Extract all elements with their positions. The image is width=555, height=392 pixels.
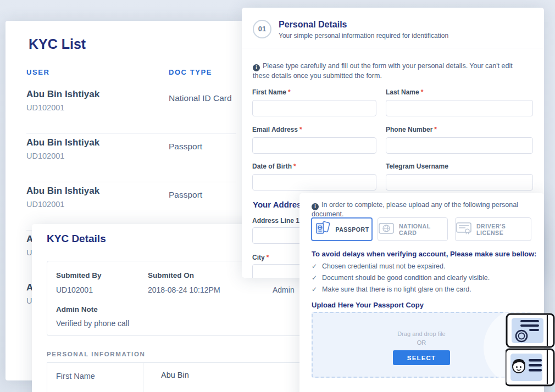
checked-by-value: Admin <box>273 285 295 294</box>
personal-details-subtitle: Your simple personal information require… <box>279 32 448 40</box>
check-icon: ✓ <box>312 274 317 282</box>
admin-note-label: Admin Note <box>56 305 98 313</box>
last-name-label: Last Name* <box>386 88 533 96</box>
required-mark: * <box>421 88 424 96</box>
tip-item: ✓Chosen credential must not be expaired. <box>312 262 446 270</box>
first-name-input[interactable] <box>252 100 376 116</box>
kyc-details-title: KYC Details <box>47 233 106 245</box>
drivers-license-icon <box>456 222 472 237</box>
column-header-doc-type: DOC TYPE <box>169 68 212 76</box>
email-address-input[interactable] <box>252 137 376 154</box>
personal-details-title: Personal Details <box>279 20 347 30</box>
telegram-username-input[interactable] <box>386 174 533 191</box>
info-row-label: First Name <box>47 363 143 392</box>
doc-option-label: PASSPORT <box>335 226 369 233</box>
divider <box>242 48 544 48</box>
user-name: Abu Bin Ishtiyak <box>26 137 236 148</box>
user-id: UD102001 <box>26 103 236 112</box>
kyc-list-title: KYC List <box>29 36 86 52</box>
id-cards-illustration <box>482 302 555 392</box>
step-number-badge: 01 <box>253 20 271 38</box>
doc-type-value: Passport <box>169 142 202 152</box>
address-section-title: Your Address <box>253 200 306 209</box>
required-mark: * <box>299 126 302 133</box>
tip-item: ✓Document should be good condition and c… <box>312 274 490 282</box>
tips-title: To avoid delays when verifying account, … <box>312 250 536 258</box>
date-of-birth-label: Date of Birth* <box>252 163 376 170</box>
user-id: UD102001 <box>26 200 236 209</box>
tip-item: ✓Make sure that there is no light glare … <box>312 285 471 293</box>
national-card-icon <box>378 222 395 237</box>
last-name-input[interactable] <box>386 100 533 116</box>
submitted-on-value: 2018-08-24 10:12PM <box>148 285 220 294</box>
tip-text: Chosen credential must not be expaired. <box>322 262 445 270</box>
submitted-on-label: Submited On <box>148 271 194 279</box>
doc-option-national-card[interactable]: NATIONAL CARD <box>378 217 448 241</box>
personal-information-section-title: PERSONAL INFORMATION <box>47 351 145 357</box>
phone-number-label: Phone Number* <box>386 126 533 133</box>
doc-option-label: DRIVER'S LICENSE <box>476 223 531 236</box>
table-row[interactable]: Abu Bin Ishtiyak UD102001 National ID Ca… <box>26 86 236 134</box>
table-row[interactable]: Abu Bin Ishtiyak UD102001 Passport <box>26 134 236 182</box>
passport-icon <box>314 221 331 238</box>
phone-number-input[interactable] <box>386 137 533 154</box>
tip-text: Make sure that there is no light glare o… <box>322 285 471 293</box>
doc-type-value: National ID Card <box>169 93 232 103</box>
telegram-username-label: Telegram Username <box>386 163 533 170</box>
submitted-by-label: Submited By <box>56 271 102 279</box>
first-name-label: First Name* <box>252 88 376 96</box>
table-row[interactable]: Abu Bin Ishtiyak UD102001 Passport <box>26 182 236 231</box>
form-note-text: Please type carefully and fill out the f… <box>253 62 513 80</box>
check-icon: ✓ <box>312 285 317 293</box>
date-of-birth-input[interactable] <box>252 174 376 191</box>
upload-note: iIn order to complete, please upload any… <box>312 201 531 218</box>
upload-note-text: In order to complete, please upload any … <box>312 201 518 218</box>
email-address-label: Email Address* <box>252 126 376 133</box>
submitted-by-value: UD102001 <box>56 285 93 294</box>
form-note: iPlease type carefully and fill out the … <box>253 61 530 81</box>
user-name: Abu Bin Ishtiyak <box>26 186 236 197</box>
kyc-admin-screen: KYC List USER DOC TYPE Abu Bin Ishtiyak … <box>0 0 555 392</box>
required-mark: * <box>434 126 437 133</box>
doc-option-label: NATIONAL CARD <box>399 223 447 236</box>
required-mark: * <box>288 88 291 96</box>
doc-type-value: Passport <box>169 190 202 200</box>
info-icon: i <box>253 64 260 71</box>
tip-text: Document should be good condition and cl… <box>322 274 490 282</box>
doc-option-drivers-license[interactable]: DRIVER'S LICENSE <box>455 217 531 241</box>
info-icon: i <box>312 203 319 210</box>
id-cards-icon <box>506 312 555 389</box>
user-id: UD102001 <box>26 152 236 160</box>
upload-label: Upload Here Your Passport Copy <box>312 301 424 309</box>
check-icon: ✓ <box>312 262 317 270</box>
admin-note-value: Verified by phone call <box>56 319 129 328</box>
select-file-button[interactable]: SELECT <box>393 350 450 365</box>
required-mark: * <box>293 163 296 170</box>
column-header-user: USER <box>26 68 49 76</box>
required-mark: * <box>267 254 269 261</box>
doc-option-passport[interactable]: PASSPORT <box>311 217 373 241</box>
